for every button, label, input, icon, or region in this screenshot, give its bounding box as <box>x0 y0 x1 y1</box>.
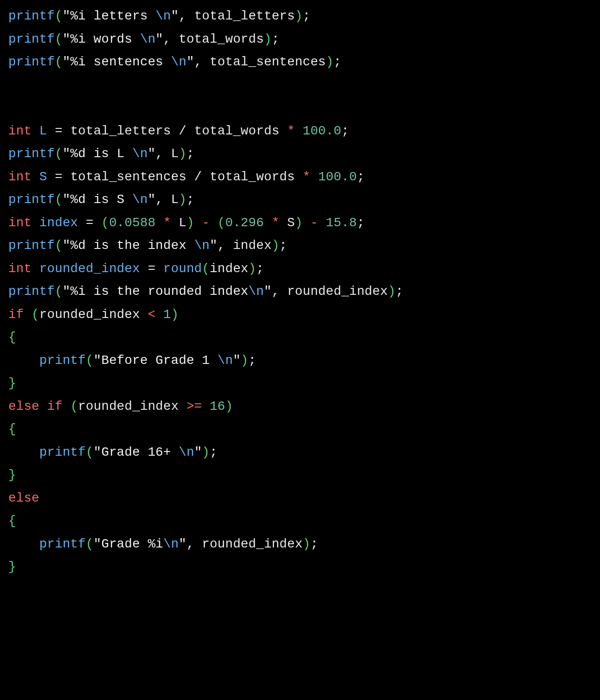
code-token: total_letters <box>70 124 171 138</box>
code-token: ; <box>341 124 349 138</box>
code-token: ( <box>55 32 63 46</box>
code-token: * <box>303 170 311 184</box>
code-token: " <box>194 445 202 459</box>
code-line: printf("Grade %i\n", rounded_index); <box>8 537 318 551</box>
code-token: ( <box>86 537 94 551</box>
code-token: "Grade %i <box>94 537 163 551</box>
code-token: "%i letters <box>63 9 155 23</box>
code-line: printf("%d is the index \n", index); <box>8 238 287 253</box>
code-token: L <box>171 146 179 161</box>
code-token: ) <box>388 284 396 299</box>
code-token: printf <box>8 55 55 69</box>
code-token: "%i words <box>63 32 140 46</box>
code-token: , <box>155 146 171 161</box>
code-token: \n <box>140 32 155 46</box>
code-line: } <box>8 376 16 390</box>
code-token: rounded_index <box>287 284 388 299</box>
code-token: , <box>272 284 287 299</box>
code-token <box>63 399 70 414</box>
code-block: printf("%i letters \n", total_letters); … <box>0 0 600 583</box>
code-token: { <box>8 330 16 344</box>
code-token: "%d is S <box>63 192 132 207</box>
code-token: ) <box>179 146 186 161</box>
code-token: * <box>287 124 295 138</box>
code-token <box>155 216 163 230</box>
code-line: printf("%d is S \n", L); <box>8 192 194 207</box>
code-line: } <box>8 468 16 482</box>
code-token: 0.296 <box>225 216 264 230</box>
code-token: " <box>148 146 156 161</box>
code-token: ) <box>272 238 280 253</box>
code-token <box>202 399 210 414</box>
code-line: else <box>8 491 39 505</box>
code-token: L <box>171 192 179 207</box>
code-token: ; <box>357 216 365 230</box>
code-token: ( <box>86 445 94 459</box>
code-token: = <box>78 216 101 230</box>
code-token: = <box>47 170 70 184</box>
code-token: printf <box>8 238 55 253</box>
code-token: int <box>8 261 32 276</box>
code-token: "%i is the rounded index <box>63 284 249 299</box>
code-token: index <box>210 261 249 276</box>
code-token: ) <box>249 261 256 276</box>
code-line: int L = total_letters / total_words * 10… <box>8 124 349 138</box>
code-token: ) <box>264 32 272 46</box>
code-token: } <box>8 560 16 574</box>
code-token <box>32 261 39 276</box>
code-token: ) <box>303 537 311 551</box>
code-token: ) <box>295 216 303 230</box>
code-token: " <box>186 55 194 69</box>
code-token: 100.0 <box>318 170 357 184</box>
code-token: " <box>210 238 217 253</box>
code-token: ) <box>241 353 249 368</box>
code-line: { <box>8 422 16 436</box>
code-token: , <box>179 9 194 23</box>
code-line: } <box>8 560 16 574</box>
code-token: ) <box>326 55 334 69</box>
code-token: ; <box>256 261 264 276</box>
code-token: \n <box>249 284 264 299</box>
code-line: printf("%i sentences \n", total_sentence… <box>8 55 341 69</box>
code-line: { <box>8 330 16 344</box>
code-token <box>32 170 39 184</box>
code-token: , <box>186 537 202 551</box>
code-token: ) <box>186 216 194 230</box>
code-token: if <box>8 307 24 322</box>
code-token: printf <box>8 9 55 23</box>
code-line: if (rounded_index < 1) <box>8 307 179 322</box>
code-token: ( <box>202 261 210 276</box>
code-token <box>303 216 311 230</box>
code-line: printf("%d is L \n", L); <box>8 146 194 161</box>
code-token <box>280 216 287 230</box>
code-token: { <box>8 422 16 436</box>
code-token: ) <box>225 399 233 414</box>
code-token <box>295 124 303 138</box>
code-token: \n <box>132 192 147 207</box>
code-line: int S = total_sentences / total_words * … <box>8 170 364 184</box>
code-token: ( <box>86 353 94 368</box>
code-token: } <box>8 468 16 482</box>
code-token: { <box>8 514 16 528</box>
code-token: rounded_index <box>78 399 179 414</box>
code-token: " <box>148 192 156 207</box>
code-token: 15.8 <box>326 216 357 230</box>
code-token: "Before Grade 1 <box>94 353 217 368</box>
code-token: total_words <box>210 170 295 184</box>
code-token: } <box>8 376 16 390</box>
code-token: printf <box>8 192 55 207</box>
code-token: ( <box>55 9 63 23</box>
code-token: rounded_index <box>202 537 303 551</box>
code-token <box>155 307 163 322</box>
code-token: \n <box>155 9 171 23</box>
code-token <box>280 124 287 138</box>
code-token: else <box>8 491 39 505</box>
code-token: int <box>8 124 32 138</box>
code-token: "%d is the index <box>63 238 194 253</box>
code-token: ; <box>396 284 403 299</box>
code-token <box>318 216 326 230</box>
code-token: \n <box>163 537 179 551</box>
code-token: - <box>202 216 210 230</box>
code-token: < <box>148 307 156 322</box>
code-token: ( <box>101 216 109 230</box>
